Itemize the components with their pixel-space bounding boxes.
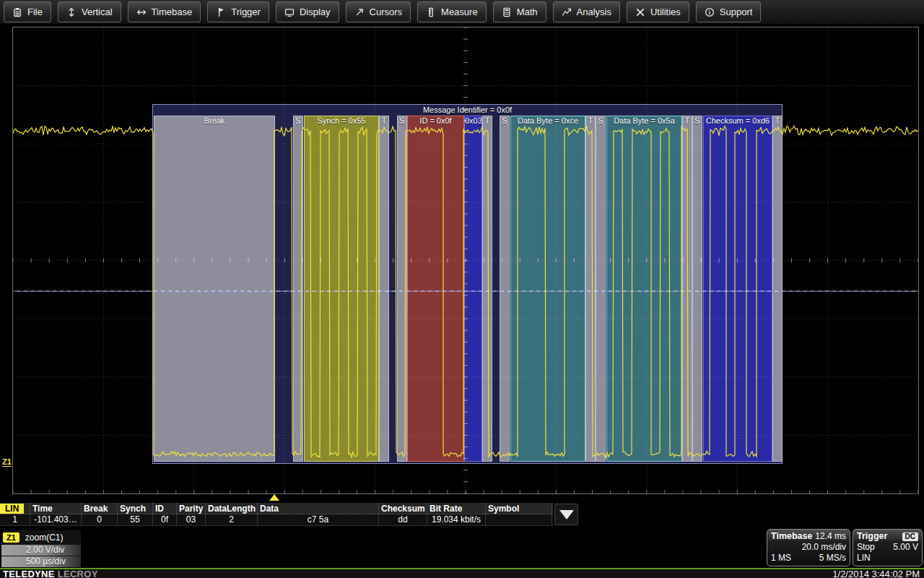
zoom-time-per-div: 500 µs/div [1,556,81,567]
table-header-data: Data [258,503,379,514]
file-icon [12,7,22,17]
trigger-source: LIN [857,553,871,564]
zoom-trace-descriptor[interactable]: Z1 zoom(C1) 2.00 V/div 500 µs/div [1,530,81,566]
utilities-icon [635,7,645,17]
math-icon [502,7,512,17]
menu-button-label: Vertical [82,7,113,17]
table-cell: 1 [0,514,30,525]
menu-button-label: Trigger [231,7,261,17]
menu-button-file[interactable]: File [4,1,51,22]
display-icon [284,7,295,17]
menu-button-label: Display [300,7,331,17]
menu-button-label: File [27,7,43,17]
menu-button-timebase[interactable]: Timebase [128,1,201,22]
menu-button-label: Cursors [370,7,403,17]
table-cell: 2 [206,514,258,525]
trigger-icon [216,7,226,17]
menu-button-label: Math [517,7,538,17]
oscilloscope-screen: FileVerticalTimebaseTriggerDisplayCursor… [0,0,924,578]
trigger-title: Trigger [857,531,887,542]
table-header-symbol: Symbol [486,503,552,514]
table-cell: -101.403… [30,514,82,525]
brand-logo: TELEDYNE LECROY [3,569,98,578]
menu-button-measure[interactable]: Measure [417,1,487,22]
menu-button-trigger[interactable]: Trigger [207,1,269,22]
table-cell [486,514,552,525]
table-cell: dd [379,514,427,525]
menu-button-label: Analysis [577,7,611,17]
trigger-descriptor[interactable]: Trigger DC Stop 5.00 V LIN [853,529,923,566]
table-cell: 55 [118,514,153,525]
menu-button-support[interactable]: Support [696,1,762,22]
timebase-scale: 20.0 ms/div [802,542,846,553]
menu-button-utilities[interactable]: Utilities [627,1,689,22]
waveform-trace [13,27,918,493]
table-header-id: ID [153,503,177,514]
menu-button-label: Measure [441,7,478,17]
table-header-parity: Parity [177,503,206,514]
menu-button-vertical[interactable]: Vertical [58,1,121,22]
timebase-position: 12.4 ms [815,531,846,542]
trigger-position-marker[interactable] [269,494,279,501]
table-header-datalength: DataLength [206,503,258,514]
table-header-time: Time [30,503,82,514]
timebase-samples: 1 MS [771,553,791,564]
menu-button-math[interactable]: Math [493,1,546,22]
menu-button-label: Support [720,7,753,17]
zoom-trace-title: zoom(C1) [25,532,64,543]
table-cell: c7 5a [258,514,379,525]
table-cell: 0 [82,514,118,525]
table-header-lin: LIN [0,503,30,514]
menu-button-analysis[interactable]: Analysis [553,1,620,22]
analysis-icon [562,7,572,17]
menu-bar: FileVerticalTimebaseTriggerDisplayCursor… [0,0,924,25]
timebase-rate: 5 MS/s [819,553,846,564]
timebase-descriptor[interactable]: Timebase 12.4 ms 20.0 ms/div 1 MS 5 MS/s [767,529,850,566]
table-header-checksum: Checksum [379,503,427,514]
table-cell: 03 [177,514,206,525]
z1-badge: Z1 [3,532,19,543]
menu-button-display[interactable]: Display [276,1,339,22]
decode-table-row[interactable]: 1-101.403…0550f032c7 5add19.034 kbit/s [0,514,553,526]
menu-button-cursors[interactable]: Cursors [346,1,411,22]
zoom-trace-grid-label: Z1 [2,457,12,467]
lin-protocol-badge: LIN [0,504,24,514]
trigger-mode: Stop [857,542,875,553]
chevron-down-icon [559,510,574,519]
timebase-icon [136,7,147,17]
trigger-level: 5.00 V [893,542,918,553]
waveform-display: Message Identifier = 0x0f BreakSSynch = … [12,27,919,494]
table-header-bit-rate: Bit Rate [427,503,486,514]
menu-button-label: Utilities [650,7,681,17]
menu-button-label: Timebase [152,7,193,17]
table-header-break: Break [82,503,118,514]
trigger-coupling-badge: DC [902,532,918,541]
table-cell: 0f [153,514,177,525]
decode-table-header: LINTimeBreakSynchIDParityDataLengthDataC… [0,503,553,514]
vertical-icon [66,7,77,17]
support-icon [705,7,715,17]
timebase-title: Timebase [771,531,812,542]
table-scroll-down-button[interactable] [554,504,578,525]
cursors-icon [354,7,365,17]
lin-decode-table: LINTimeBreakSynchIDParityDataLengthDataC… [0,503,553,526]
zoom-volts-per-div: 2.00 V/div [1,545,81,556]
table-cell: 19.034 kbit/s [427,514,486,525]
status-bar: TELEDYNE LECROY 1/2/2014 3:44:02 PM [0,569,924,578]
table-header-synch: Synch [118,503,153,514]
measure-icon [426,7,436,17]
datetime-display: 1/2/2014 3:44:02 PM [832,569,920,578]
